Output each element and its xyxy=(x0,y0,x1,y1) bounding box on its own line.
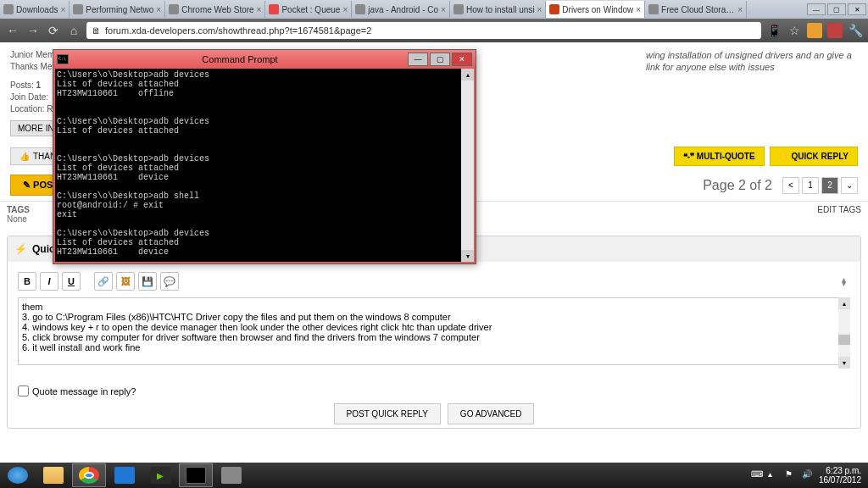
browser-tab-strip: Downloads× Performing Netwo× Chrome Web … xyxy=(0,0,868,19)
cmd-output[interactable]: C:\Users\o\Desktop>adb devices List of d… xyxy=(55,69,461,262)
keyboard-icon[interactable]: ⌨ xyxy=(751,469,763,481)
tags-none: None xyxy=(7,214,30,224)
reply-textarea[interactable] xyxy=(18,297,850,365)
window-minimize[interactable]: — xyxy=(807,3,826,15)
star-icon[interactable]: ☆ xyxy=(787,23,802,38)
page-icon: 🗎 xyxy=(92,25,102,36)
page-1[interactable]: 1 xyxy=(802,177,819,194)
quote-label: Quote message in reply? xyxy=(32,386,136,396)
image-button[interactable]: 🖼 xyxy=(116,272,135,291)
taskbar-cmd[interactable] xyxy=(179,463,213,487)
clock[interactable]: 6:23 p.m. 16/07/2012 xyxy=(819,466,861,485)
tab-pocket[interactable]: Pocket : Queue× xyxy=(265,1,352,18)
cmd-scrollbar[interactable]: ▴ ▾ xyxy=(461,69,474,262)
browser-toolbar: ← → ⟳ ⌂ 🗎 forum.xda-developers.com/showt… xyxy=(0,19,868,42)
cmd-minimize[interactable]: — xyxy=(408,53,428,66)
go-advanced-button[interactable]: GO ADVANCED xyxy=(448,403,535,424)
underline-button[interactable]: U xyxy=(62,272,81,291)
tab-downloads[interactable]: Downloads× xyxy=(0,1,70,18)
link-button[interactable]: 🔗 xyxy=(94,272,113,291)
post-snippet: wing installation of unsigned drivers an… xyxy=(646,49,858,136)
mobile-icon[interactable]: 📱 xyxy=(766,23,782,38)
italic-button[interactable]: I xyxy=(40,272,58,291)
scroll-up-icon[interactable]: ▴ xyxy=(838,297,850,309)
taskbar-app[interactable] xyxy=(214,463,248,487)
taskbar-windows[interactable] xyxy=(108,463,142,487)
system-tray: ⌨ ▴ ⚑ 🔊 6:23 p.m. 16/07/2012 xyxy=(751,466,868,485)
taskbar: ⌨ ▴ ⚑ 🔊 6:23 p.m. 16/07/2012 xyxy=(0,463,868,488)
post-quick-reply-button[interactable]: POST QUICK REPLY xyxy=(334,403,441,424)
cmd-maximize[interactable]: ▢ xyxy=(430,53,450,66)
tab-java[interactable]: java - Android - Co× xyxy=(352,1,450,18)
close-icon[interactable]: × xyxy=(156,5,161,14)
action-center-icon[interactable]: ⚑ xyxy=(785,469,797,481)
close-icon[interactable]: × xyxy=(537,5,542,14)
scroll-up-icon[interactable]: ▴ xyxy=(461,69,474,80)
tags-label: TAGS xyxy=(7,205,30,214)
reload-button[interactable]: ⟳ xyxy=(46,23,61,38)
multi-quote-button[interactable]: ❝-❞ MULTI-QUOTE xyxy=(674,147,765,166)
wrench-icon[interactable]: 🔧 xyxy=(848,23,863,38)
tab-drivers[interactable]: Drivers on Window× xyxy=(546,1,645,18)
taskbar-ie[interactable] xyxy=(1,463,35,487)
lightning-icon xyxy=(14,243,27,255)
scroll-down-icon[interactable]: ▾ xyxy=(838,357,850,369)
bold-button[interactable]: B xyxy=(18,272,36,291)
quick-reply-button[interactable]: QUICK REPLY xyxy=(770,147,858,166)
close-icon[interactable]: × xyxy=(441,5,446,14)
lightning-icon xyxy=(779,152,789,161)
page-2[interactable]: 2 xyxy=(821,177,838,194)
edit-tags-link[interactable]: EDIT TAGS xyxy=(817,205,861,224)
close-icon[interactable]: × xyxy=(342,5,348,14)
save-button[interactable]: 💾 xyxy=(138,272,157,291)
cmd-icon xyxy=(57,54,69,64)
page-more[interactable]: ⌄ xyxy=(841,177,858,194)
close-icon[interactable]: × xyxy=(737,5,743,14)
scroll-down-icon[interactable]: ▾ xyxy=(461,250,474,262)
home-button[interactable]: ⌂ xyxy=(66,23,81,38)
taskbar-chrome[interactable] xyxy=(72,463,106,487)
window-close[interactable]: ✕ xyxy=(848,3,866,15)
editor-toolbar: B I U 🔗 🖼 💾 💬 ▴▾ xyxy=(18,272,850,291)
url-input[interactable]: 🗎 forum.xda-developers.com/showthread.ph… xyxy=(86,22,761,39)
tab-chrome-store[interactable]: Chrome Web Store× xyxy=(165,1,265,18)
tab-cloud[interactable]: Free Cloud Storage× xyxy=(645,1,747,18)
close-icon[interactable]: × xyxy=(636,5,641,14)
quote-checkbox[interactable] xyxy=(18,385,29,396)
cmd-title: Command Prompt xyxy=(74,54,406,64)
tab-howto[interactable]: How to install unsi× xyxy=(450,1,546,18)
taskbar-media[interactable] xyxy=(143,463,177,487)
cmd-close[interactable]: ✕ xyxy=(452,53,472,66)
quick-reply-section: Quick Reply B I U 🔗 🖼 💾 💬 ▴▾ ▴ ▾ xyxy=(7,236,861,429)
close-icon[interactable]: × xyxy=(60,5,65,14)
tray-up-icon[interactable]: ▴ xyxy=(768,469,780,481)
extension-icon[interactable] xyxy=(827,23,843,38)
page-prev[interactable]: < xyxy=(782,177,799,194)
taskbar-explorer[interactable] xyxy=(36,463,70,487)
tab-performing[interactable]: Performing Netwo× xyxy=(70,1,165,18)
scroll-thumb[interactable] xyxy=(838,335,850,345)
scrollbar[interactable]: ▴ ▾ xyxy=(838,297,850,369)
forward-button[interactable]: → xyxy=(25,23,41,38)
extension-icon[interactable] xyxy=(807,23,822,38)
cmd-titlebar[interactable]: Command Prompt — ▢ ✕ xyxy=(53,50,476,69)
page-info: Page 2 of 2 xyxy=(703,178,772,193)
close-icon[interactable]: × xyxy=(257,5,262,14)
thumb-icon xyxy=(19,152,30,161)
expand-icon[interactable]: ▴▾ xyxy=(837,274,850,288)
quote-button[interactable]: 💬 xyxy=(160,272,179,291)
back-button[interactable]: ← xyxy=(5,23,20,38)
window-maximize[interactable]: ▢ xyxy=(827,3,846,15)
volume-icon[interactable]: 🔊 xyxy=(802,469,814,481)
command-prompt-window[interactable]: Command Prompt — ▢ ✕ C:\Users\o\Desktop>… xyxy=(53,49,476,264)
